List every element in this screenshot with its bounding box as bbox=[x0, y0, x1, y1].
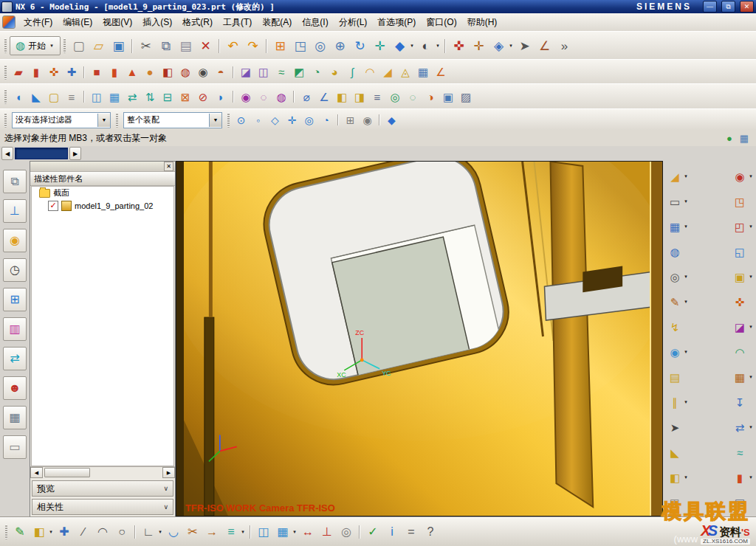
snapshot-icon[interactable]: ▣ bbox=[440, 89, 456, 105]
dropdown-arrow-icon[interactable]: ▾ bbox=[748, 424, 754, 430]
tree-node-part[interactable]: ✓ model1_9_parting_02 bbox=[32, 199, 173, 212]
electrode-icon[interactable]: ▮▾ bbox=[732, 465, 754, 490]
mirror-curve-icon[interactable]: ◫ bbox=[255, 523, 272, 541]
chevron-down-icon[interactable]: ▼ bbox=[97, 114, 110, 127]
offset-curve-icon[interactable]: ≡▾ bbox=[222, 523, 246, 541]
dimension-icon[interactable]: ↔ bbox=[299, 523, 317, 541]
offset-region-icon[interactable]: ⊟ bbox=[159, 89, 176, 105]
horizontal-scrollbar[interactable]: ◀ ▶ bbox=[30, 466, 175, 478]
slider-lifter-icon[interactable]: ⇄▾ bbox=[732, 415, 754, 440]
snap-point-toggle-icon[interactable]: ⊙ bbox=[233, 112, 249, 128]
extend-surface-icon[interactable]: ◠ bbox=[732, 339, 754, 364]
draft-icon[interactable]: ∠ bbox=[433, 64, 449, 80]
reuse-library-icon[interactable]: ⊞ bbox=[3, 288, 27, 311]
dropdown-arrow-icon[interactable]: ▾ bbox=[292, 529, 298, 535]
edit-display-icon[interactable]: ◑ bbox=[422, 89, 439, 105]
show-constraints-icon[interactable]: ◎ bbox=[337, 523, 355, 541]
point-icon[interactable]: ✚ bbox=[55, 523, 73, 541]
column-header[interactable]: 描述性部件名 bbox=[30, 172, 175, 186]
constraints-icon[interactable]: ⊥ bbox=[318, 523, 336, 541]
alerts-icon[interactable]: ● bbox=[723, 131, 736, 145]
zoom-icon[interactable]: ◎ bbox=[311, 37, 329, 55]
dependencies-section-header[interactable]: 相关性 ∨ bbox=[32, 499, 173, 515]
back-button[interactable]: ◀ bbox=[1, 147, 13, 160]
pattern-csys-icon[interactable]: ✜ bbox=[732, 289, 754, 314]
cut-icon[interactable]: ✂ bbox=[137, 37, 155, 55]
cooling-channel-icon[interactable]: ≈ bbox=[732, 440, 754, 465]
patch-icon[interactable]: ◩ bbox=[291, 64, 307, 80]
pull-face-icon[interactable]: ⇅ bbox=[142, 89, 158, 105]
mesh-ball-icon[interactable]: ◉▾ bbox=[667, 339, 689, 364]
minimize-button[interactable]: — bbox=[703, 1, 717, 13]
expression-icon[interactable]: = bbox=[402, 523, 420, 541]
zoom-in-out-icon[interactable]: ⊕ bbox=[331, 37, 349, 55]
curve-mesh-icon[interactable]: ▦▾ bbox=[667, 214, 689, 239]
menu-preferences[interactable]: 首选项(P) bbox=[372, 14, 421, 31]
start-button[interactable]: ◍ 开始 ▾ bbox=[10, 36, 61, 55]
dropdown-arrow-icon[interactable]: ▾ bbox=[683, 274, 689, 280]
menu-format[interactable]: 格式(R) bbox=[177, 14, 218, 31]
dropdown-arrow-icon[interactable]: ▾ bbox=[508, 43, 514, 49]
line-icon[interactable]: ∕ bbox=[75, 523, 92, 541]
gold-wedge-icon[interactable]: ◣ bbox=[667, 440, 689, 465]
constraint-navigator-icon[interactable]: ⊥ bbox=[3, 199, 27, 223]
fit-view-icon[interactable]: ⊞ bbox=[271, 37, 289, 55]
zoom-detail-icon[interactable]: ◎▾ bbox=[667, 264, 689, 289]
trim-body-icon[interactable]: ◪ bbox=[238, 64, 254, 80]
resize-blend-icon[interactable]: ◗ bbox=[213, 89, 229, 105]
info-icon[interactable]: i bbox=[383, 523, 401, 541]
trim-region-icon[interactable]: ◪▾ bbox=[732, 314, 754, 339]
part-navigator-icon[interactable]: ◉ bbox=[3, 229, 27, 252]
scrollbar-thumb[interactable] bbox=[44, 468, 90, 477]
grid-snap-icon[interactable]: ⊞ bbox=[343, 112, 358, 128]
dropdown-arrow-icon[interactable]: ▾ bbox=[748, 224, 754, 229]
lightning-trim-icon[interactable]: ↯ bbox=[667, 314, 689, 339]
overflow-chevron-icon[interactable]: » bbox=[555, 37, 574, 55]
render-style-icon[interactable]: ◐▾ bbox=[416, 37, 441, 55]
sphere-icon[interactable]: ● bbox=[142, 64, 158, 80]
extrude-icon[interactable]: ◧ bbox=[159, 64, 176, 80]
split-body-icon[interactable]: ◫ bbox=[255, 64, 272, 80]
measure-angle-icon[interactable]: ∠ bbox=[316, 89, 332, 105]
mold-base-icon[interactable]: ▦▾ bbox=[732, 364, 754, 390]
move-face-icon[interactable]: ⇄ bbox=[124, 89, 140, 105]
pointer-icon[interactable]: ➤ bbox=[667, 415, 689, 440]
copy-icon[interactable]: ⧉ bbox=[157, 37, 175, 55]
dropdown-arrow-icon[interactable]: ▾ bbox=[748, 374, 754, 380]
scrollbar-track[interactable] bbox=[43, 467, 162, 478]
block-icon[interactable]: ■ bbox=[89, 64, 105, 80]
intersect-icon[interactable]: ◍ bbox=[273, 89, 289, 105]
panel-titlebar[interactable]: ✕ bbox=[30, 162, 175, 172]
history-field[interactable] bbox=[15, 148, 68, 159]
layer-settings-icon[interactable]: ≡ bbox=[369, 89, 385, 105]
orient-csys-icon[interactable]: ✜ bbox=[450, 37, 468, 55]
thread-icon[interactable]: ≡ bbox=[63, 89, 80, 105]
new-file-icon[interactable]: ▢ bbox=[69, 37, 88, 55]
forward-button[interactable]: ▶ bbox=[69, 147, 81, 160]
menu-insert[interactable]: 插入(S) bbox=[137, 14, 177, 31]
ruled-surface-icon[interactable]: ◢ bbox=[379, 64, 396, 80]
help-cursor-icon[interactable]: ? bbox=[422, 523, 439, 541]
thicken-icon[interactable]: ◕ bbox=[326, 64, 343, 80]
selection-cursor-icon[interactable]: ➤ bbox=[515, 37, 534, 55]
snap-angle-icon[interactable]: ∠ bbox=[535, 37, 554, 55]
stacked-blocks-icon[interactable]: ▤ bbox=[667, 364, 689, 390]
preview-section-header[interactable]: 预览 ∨ bbox=[32, 480, 173, 497]
history-icon[interactable]: ◷ bbox=[3, 258, 27, 282]
sew-icon[interactable]: ≈ bbox=[273, 64, 289, 80]
work-view-cube-icon[interactable]: ◆ bbox=[384, 112, 399, 128]
finish-sketch-icon[interactable]: ✓ bbox=[364, 523, 382, 541]
datum-axis-icon[interactable]: ▮ bbox=[28, 64, 44, 80]
palette-icon[interactable]: ▥ bbox=[3, 317, 27, 341]
dropdown-arrow-icon[interactable]: ▾ bbox=[683, 474, 689, 480]
end-point-snap-icon[interactable]: ◦ bbox=[250, 112, 266, 128]
bounded-plane-icon[interactable]: ▭▾ bbox=[667, 189, 689, 214]
point-icon[interactable]: ✚ bbox=[63, 64, 80, 80]
cylinder-icon[interactable]: ▮ bbox=[106, 64, 123, 80]
sphere-mesh-icon[interactable]: ◍ bbox=[667, 239, 689, 264]
through-curves-icon[interactable]: ∫ bbox=[344, 64, 360, 80]
cavity-icon[interactable]: ◰▾ bbox=[732, 214, 754, 239]
touch-panel-icon[interactable]: ▭ bbox=[3, 435, 27, 459]
save-icon[interactable]: ▣ bbox=[109, 37, 128, 55]
boss-icon[interactable]: ◓ bbox=[213, 64, 229, 80]
